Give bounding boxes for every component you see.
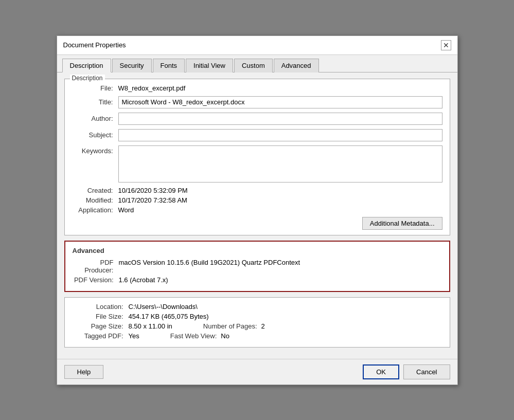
subject-input[interactable] — [118, 129, 442, 141]
created-label: Created: — [72, 187, 118, 194]
application-label: Application: — [72, 206, 118, 214]
description-section-title: Description — [70, 75, 105, 82]
created-row: Created: 10/16/2020 5:32:09 PM — [72, 187, 442, 194]
file-size-row: File Size: 454.17 KB (465,075 Bytes) — [72, 313, 442, 320]
bottom-bar: Help OK Cancel — [57, 359, 457, 385]
content-area: Description File: W8_redox_excerpt.pdf T… — [57, 72, 457, 359]
tab-description[interactable]: Description — [62, 59, 111, 72]
created-value: 10/16/2020 5:32:09 PM — [118, 187, 188, 194]
tab-fonts[interactable]: Fonts — [153, 59, 185, 72]
fast-web-value: No — [221, 332, 229, 340]
tabs-bar: Description Security Fonts Initial View … — [57, 55, 457, 72]
file-value: W8_redox_excerpt.pdf — [118, 84, 186, 92]
pdf-version-row: PDF Version: 1.6 (Acrobat 7.x) — [73, 276, 442, 284]
tagged-pdf-label: Tagged PDF: — [72, 332, 129, 340]
title-input[interactable] — [118, 96, 442, 108]
subject-row: Subject: — [72, 129, 442, 141]
location-label: Location: — [72, 303, 129, 311]
pdf-producer-label: PDF Producer: — [73, 259, 119, 274]
title-label: Title: — [72, 98, 118, 106]
title-bar: Document Properties ✕ — [57, 36, 457, 55]
fast-web-label: Fast Web View: — [170, 332, 217, 340]
advanced-section-title: Advanced — [73, 247, 442, 254]
page-size-row: Page Size: 8.50 x 11.00 in Number of Pag… — [72, 322, 442, 330]
modified-label: Modified: — [72, 196, 118, 204]
tab-custom[interactable]: Custom — [234, 59, 273, 72]
location-row: Location: C:\Users\--\Downloads\ — [72, 303, 442, 311]
pdf-version-label: PDF Version: — [73, 276, 119, 284]
num-pages-value: 2 — [261, 322, 265, 330]
pdf-producer-row: PDF Producer: macOS Version 10.15.6 (Bui… — [73, 259, 442, 274]
additional-metadata-button[interactable]: Additional Metadata... — [362, 217, 442, 230]
subject-label: Subject: — [72, 131, 118, 139]
tab-advanced[interactable]: Advanced — [274, 59, 319, 72]
application-row: Application: Word — [72, 206, 442, 214]
pdf-version-value: 1.6 (Acrobat 7.x) — [119, 276, 168, 284]
bottom-right: OK Cancel — [363, 364, 450, 379]
file-size-label: File Size: — [72, 313, 129, 320]
cancel-button[interactable]: Cancel — [403, 364, 450, 379]
keywords-label: Keywords: — [72, 145, 118, 155]
tab-initial-view[interactable]: Initial View — [186, 59, 233, 72]
keywords-row: Keywords: — [72, 145, 442, 182]
help-button[interactable]: Help — [64, 365, 104, 379]
file-label: File: — [72, 84, 118, 92]
keywords-input[interactable] — [118, 145, 442, 182]
modified-value: 10/17/2020 7:32:58 AM — [118, 196, 187, 204]
dialog: Document Properties ✕ Description Securi… — [57, 35, 458, 385]
dialog-title: Document Properties — [63, 41, 126, 49]
bottom-left: Help — [64, 365, 104, 379]
num-pages-label: Number of Pages: — [203, 322, 257, 330]
page-size-label: Page Size: — [72, 322, 129, 330]
tagged-pdf-row: Tagged PDF: Yes Fast Web View: No — [72, 332, 442, 340]
title-row: Title: — [72, 96, 442, 108]
page-size-value: 8.50 x 11.00 in — [129, 322, 172, 330]
author-label: Author: — [72, 115, 118, 122]
additional-metadata-row: Additional Metadata... — [72, 217, 442, 230]
location-value: C:\Users\--\Downloads\ — [129, 303, 198, 311]
file-row: File: W8_redox_excerpt.pdf — [72, 84, 442, 92]
close-button[interactable]: ✕ — [441, 40, 451, 50]
file-size-value: 454.17 KB (465,075 Bytes) — [129, 313, 209, 320]
info-section: Location: C:\Users\--\Downloads\ File Si… — [64, 297, 450, 348]
tagged-pdf-value: Yes — [129, 332, 139, 340]
ok-button[interactable]: OK — [363, 364, 399, 379]
advanced-section: Advanced PDF Producer: macOS Version 10.… — [64, 241, 450, 292]
application-value: Word — [118, 206, 134, 214]
author-row: Author: — [72, 113, 442, 125]
tab-security[interactable]: Security — [112, 59, 152, 72]
author-input[interactable] — [118, 113, 442, 125]
modified-row: Modified: 10/17/2020 7:32:58 AM — [72, 196, 442, 204]
pdf-producer-value: macOS Version 10.15.6 (Build 19G2021) Qu… — [119, 259, 300, 266]
description-section: Description File: W8_redox_excerpt.pdf T… — [64, 79, 450, 235]
